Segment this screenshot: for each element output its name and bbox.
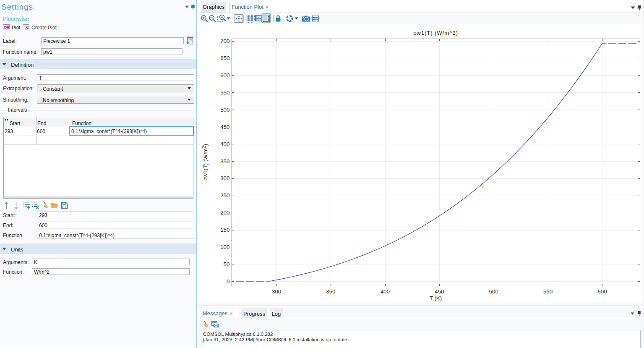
- svg-text:pw1(T) (W/m2): pw1(T) (W/m2): [201, 144, 209, 181]
- svg-text:pw1(T) (W/m^2): pw1(T) (W/m^2): [413, 30, 458, 36]
- svg-text:250: 250: [220, 192, 229, 199]
- svg-text:650: 650: [220, 55, 229, 61]
- svg-text:500: 500: [489, 288, 498, 295]
- svg-text:700: 700: [220, 38, 229, 44]
- svg-text:400: 400: [381, 288, 390, 295]
- svg-text:550: 550: [543, 288, 553, 295]
- svg-text:200: 200: [220, 209, 229, 216]
- svg-text:350: 350: [326, 288, 335, 295]
- svg-text:500: 500: [220, 107, 229, 113]
- svg-text:400: 400: [220, 141, 229, 147]
- svg-text:0: 0: [227, 278, 229, 285]
- svg-text:550: 550: [220, 89, 229, 96]
- svg-text:450: 450: [435, 288, 444, 295]
- svg-text:350: 350: [220, 158, 229, 165]
- svg-text:100: 100: [220, 244, 229, 250]
- svg-text:450: 450: [220, 124, 229, 130]
- svg-text:600: 600: [220, 72, 229, 78]
- svg-text:50: 50: [224, 261, 230, 267]
- svg-text:600: 600: [597, 288, 607, 295]
- svg-text:300: 300: [220, 175, 229, 181]
- svg-text:150: 150: [220, 227, 229, 233]
- svg-text:T (K): T (K): [430, 295, 442, 301]
- svg-text:300: 300: [272, 288, 281, 295]
